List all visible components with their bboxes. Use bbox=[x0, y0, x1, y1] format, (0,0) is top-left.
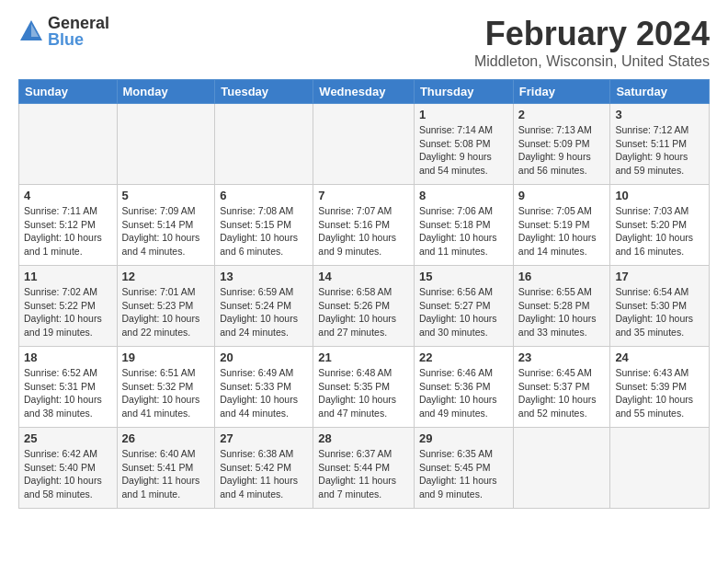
calendar-cell: 23Sunrise: 6:45 AM Sunset: 5:37 PM Dayli… bbox=[513, 347, 610, 428]
day-info: Sunrise: 7:13 AM Sunset: 5:09 PM Dayligh… bbox=[518, 123, 606, 178]
calendar-cell: 17Sunrise: 6:54 AM Sunset: 5:30 PM Dayli… bbox=[610, 266, 710, 347]
calendar-cell: 8Sunrise: 7:06 AM Sunset: 5:18 PM Daylig… bbox=[414, 185, 513, 266]
day-info: Sunrise: 6:45 AM Sunset: 5:37 PM Dayligh… bbox=[518, 366, 606, 420]
day-info: Sunrise: 7:12 AM Sunset: 5:11 PM Dayligh… bbox=[615, 123, 704, 178]
week-row-4: 18Sunrise: 6:52 AM Sunset: 5:31 PM Dayli… bbox=[19, 347, 710, 428]
calendar-cell: 26Sunrise: 6:40 AM Sunset: 5:41 PM Dayli… bbox=[117, 428, 215, 509]
calendar-cell: 19Sunrise: 6:51 AM Sunset: 5:32 PM Dayli… bbox=[117, 347, 215, 428]
logo-general-text: General bbox=[48, 15, 109, 31]
calendar-cell: 28Sunrise: 6:37 AM Sunset: 5:44 PM Dayli… bbox=[313, 428, 415, 509]
day-info: Sunrise: 6:48 AM Sunset: 5:35 PM Dayligh… bbox=[318, 366, 409, 420]
day-info: Sunrise: 6:35 AM Sunset: 5:45 PM Dayligh… bbox=[419, 447, 508, 501]
subtitle: Middleton, Wisconsin, United States bbox=[474, 53, 710, 70]
day-header-monday: Monday bbox=[117, 80, 215, 104]
day-number: 17 bbox=[615, 270, 704, 283]
calendar-cell: 11Sunrise: 7:02 AM Sunset: 5:22 PM Dayli… bbox=[19, 266, 118, 347]
calendar-cell: 15Sunrise: 6:56 AM Sunset: 5:27 PM Dayli… bbox=[414, 266, 513, 347]
day-number: 21 bbox=[318, 350, 409, 364]
day-header-thursday: Thursday bbox=[414, 80, 513, 104]
day-number: 9 bbox=[518, 189, 606, 202]
day-info: Sunrise: 7:07 AM Sunset: 5:16 PM Dayligh… bbox=[318, 204, 409, 259]
logo: General Blue bbox=[18, 15, 109, 48]
page-header: General Blue February 2024 Middleton, Wi… bbox=[18, 15, 710, 70]
day-number: 11 bbox=[24, 270, 112, 283]
day-info: Sunrise: 7:03 AM Sunset: 5:20 PM Dayligh… bbox=[615, 204, 704, 259]
day-number: 19 bbox=[122, 350, 210, 364]
calendar-cell: 9Sunrise: 7:05 AM Sunset: 5:19 PM Daylig… bbox=[513, 185, 610, 266]
day-info: Sunrise: 6:46 AM Sunset: 5:36 PM Dayligh… bbox=[419, 366, 508, 420]
calendar-cell: 16Sunrise: 6:55 AM Sunset: 5:28 PM Dayli… bbox=[513, 266, 610, 347]
calendar-cell bbox=[215, 104, 313, 185]
calendar-cell: 29Sunrise: 6:35 AM Sunset: 5:45 PM Dayli… bbox=[414, 428, 513, 509]
day-number: 27 bbox=[220, 431, 308, 445]
day-info: Sunrise: 6:38 AM Sunset: 5:42 PM Dayligh… bbox=[220, 447, 308, 501]
week-row-2: 4Sunrise: 7:11 AM Sunset: 5:12 PM Daylig… bbox=[19, 185, 710, 266]
day-header-tuesday: Tuesday bbox=[215, 80, 313, 104]
calendar-cell: 5Sunrise: 7:09 AM Sunset: 5:14 PM Daylig… bbox=[117, 185, 215, 266]
day-info: Sunrise: 6:55 AM Sunset: 5:28 PM Dayligh… bbox=[518, 285, 606, 339]
day-info: Sunrise: 7:05 AM Sunset: 5:19 PM Dayligh… bbox=[518, 204, 606, 259]
day-number: 10 bbox=[615, 189, 704, 202]
calendar-cell: 7Sunrise: 7:07 AM Sunset: 5:16 PM Daylig… bbox=[313, 185, 415, 266]
day-info: Sunrise: 7:02 AM Sunset: 5:22 PM Dayligh… bbox=[24, 285, 112, 339]
calendar-cell: 25Sunrise: 6:42 AM Sunset: 5:40 PM Dayli… bbox=[19, 428, 118, 509]
day-number: 4 bbox=[24, 189, 112, 202]
day-info: Sunrise: 6:58 AM Sunset: 5:26 PM Dayligh… bbox=[318, 285, 409, 339]
calendar-cell: 20Sunrise: 6:49 AM Sunset: 5:33 PM Dayli… bbox=[215, 347, 313, 428]
day-number: 29 bbox=[419, 431, 508, 445]
calendar-body: 1Sunrise: 7:14 AM Sunset: 5:08 PM Daylig… bbox=[19, 104, 710, 509]
week-row-3: 11Sunrise: 7:02 AM Sunset: 5:22 PM Dayli… bbox=[19, 266, 710, 347]
calendar-cell: 27Sunrise: 6:38 AM Sunset: 5:42 PM Dayli… bbox=[215, 428, 313, 509]
day-info: Sunrise: 7:01 AM Sunset: 5:23 PM Dayligh… bbox=[122, 285, 210, 339]
day-info: Sunrise: 6:42 AM Sunset: 5:40 PM Dayligh… bbox=[24, 447, 112, 501]
week-row-5: 25Sunrise: 6:42 AM Sunset: 5:40 PM Dayli… bbox=[19, 428, 710, 509]
day-info: Sunrise: 7:06 AM Sunset: 5:18 PM Dayligh… bbox=[419, 204, 508, 259]
calendar-cell: 24Sunrise: 6:43 AM Sunset: 5:39 PM Dayli… bbox=[610, 347, 710, 428]
day-header-friday: Friday bbox=[513, 80, 610, 104]
day-number: 5 bbox=[122, 189, 210, 202]
day-number: 2 bbox=[518, 108, 606, 121]
day-number: 6 bbox=[220, 189, 308, 202]
day-info: Sunrise: 6:52 AM Sunset: 5:31 PM Dayligh… bbox=[24, 366, 112, 420]
calendar-cell: 12Sunrise: 7:01 AM Sunset: 5:23 PM Dayli… bbox=[117, 266, 215, 347]
calendar-cell bbox=[513, 428, 610, 509]
day-number: 13 bbox=[220, 270, 308, 283]
day-header-sunday: Sunday bbox=[19, 80, 118, 104]
calendar-cell: 13Sunrise: 6:59 AM Sunset: 5:24 PM Dayli… bbox=[215, 266, 313, 347]
day-info: Sunrise: 6:51 AM Sunset: 5:32 PM Dayligh… bbox=[122, 366, 210, 420]
day-number: 26 bbox=[122, 431, 210, 445]
day-header-wednesday: Wednesday bbox=[313, 80, 415, 104]
day-info: Sunrise: 7:11 AM Sunset: 5:12 PM Dayligh… bbox=[24, 204, 112, 259]
calendar-cell: 3Sunrise: 7:12 AM Sunset: 5:11 PM Daylig… bbox=[610, 104, 710, 185]
day-info: Sunrise: 7:09 AM Sunset: 5:14 PM Dayligh… bbox=[122, 204, 210, 259]
day-header-saturday: Saturday bbox=[610, 80, 710, 104]
logo-icon bbox=[18, 18, 44, 44]
calendar-cell bbox=[117, 104, 215, 185]
week-row-1: 1Sunrise: 7:14 AM Sunset: 5:08 PM Daylig… bbox=[19, 104, 710, 185]
day-number: 12 bbox=[122, 270, 210, 283]
day-info: Sunrise: 7:14 AM Sunset: 5:08 PM Dayligh… bbox=[419, 123, 508, 178]
calendar-cell: 18Sunrise: 6:52 AM Sunset: 5:31 PM Dayli… bbox=[19, 347, 118, 428]
day-number: 16 bbox=[518, 270, 606, 283]
day-number: 24 bbox=[615, 350, 704, 364]
main-title: February 2024 bbox=[474, 15, 710, 53]
day-info: Sunrise: 6:56 AM Sunset: 5:27 PM Dayligh… bbox=[419, 285, 508, 339]
day-info: Sunrise: 6:54 AM Sunset: 5:30 PM Dayligh… bbox=[615, 285, 704, 339]
day-number: 3 bbox=[615, 108, 704, 121]
day-info: Sunrise: 6:59 AM Sunset: 5:24 PM Dayligh… bbox=[220, 285, 308, 339]
calendar-cell: 2Sunrise: 7:13 AM Sunset: 5:09 PM Daylig… bbox=[513, 104, 610, 185]
calendar-cell: 4Sunrise: 7:11 AM Sunset: 5:12 PM Daylig… bbox=[19, 185, 118, 266]
day-number: 20 bbox=[220, 350, 308, 364]
logo-blue-text: Blue bbox=[48, 31, 109, 48]
title-block: February 2024 Middleton, Wisconsin, Unit… bbox=[474, 15, 710, 70]
calendar-cell: 14Sunrise: 6:58 AM Sunset: 5:26 PM Dayli… bbox=[313, 266, 415, 347]
day-info: Sunrise: 6:49 AM Sunset: 5:33 PM Dayligh… bbox=[220, 366, 308, 420]
day-number: 28 bbox=[318, 431, 409, 445]
calendar-cell bbox=[313, 104, 415, 185]
calendar-cell: 22Sunrise: 6:46 AM Sunset: 5:36 PM Dayli… bbox=[414, 347, 513, 428]
calendar-cell: 10Sunrise: 7:03 AM Sunset: 5:20 PM Dayli… bbox=[610, 185, 710, 266]
day-number: 7 bbox=[318, 189, 409, 202]
days-header-row: SundayMondayTuesdayWednesdayThursdayFrid… bbox=[19, 80, 710, 104]
day-number: 15 bbox=[419, 270, 508, 283]
day-number: 18 bbox=[24, 350, 112, 364]
